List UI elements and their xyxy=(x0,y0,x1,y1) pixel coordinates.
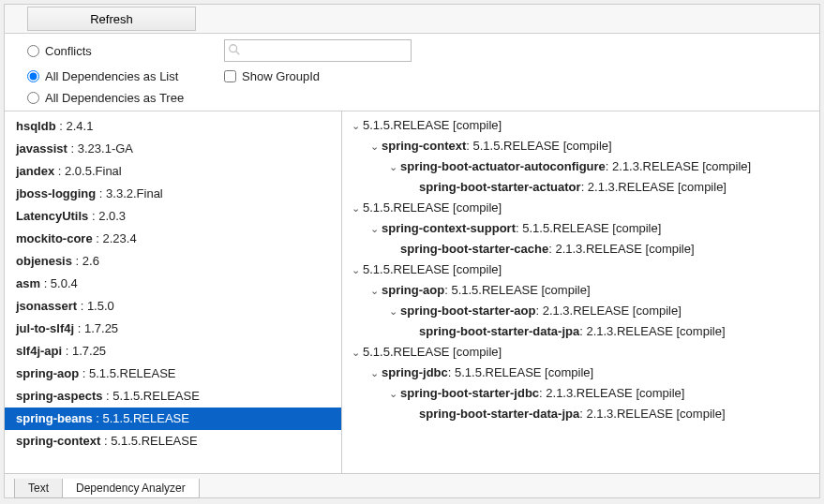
list-item[interactable]: spring-aspects : 5.1.5.RELEASE xyxy=(5,385,341,408)
artifact-version: : 5.1.5.RELEASE xyxy=(102,389,199,403)
tree-artifact-detail: : 2.1.3.RELEASE [compile] xyxy=(579,322,725,341)
tree-row[interactable]: ⌄spring-boot-starter-jdbc : 2.1.3.RELEAS… xyxy=(342,383,819,404)
conflicts-radio[interactable]: Conflicts xyxy=(27,44,224,58)
tree-row[interactable]: ⌄spring-context-support : 5.1.5.RELEASE … xyxy=(342,218,819,239)
artifact-name: spring-beans xyxy=(16,411,93,425)
tree-artifact-name: spring-boot-starter-actuator xyxy=(419,178,581,197)
artifact-version: : 1.5.0 xyxy=(77,299,114,313)
artifact-name: jandex xyxy=(16,164,54,178)
conflicts-radio-label: Conflicts xyxy=(45,44,92,58)
list-item[interactable]: objenesis : 2.6 xyxy=(5,250,341,273)
artifact-name: slf4j-api xyxy=(16,344,62,358)
search-input[interactable] xyxy=(224,39,412,62)
chevron-down-icon[interactable]: ⌄ xyxy=(350,343,361,362)
tree-artifact-detail: : 5.1.5.RELEASE [compile] xyxy=(448,363,593,382)
chevron-down-icon[interactable]: ⌄ xyxy=(368,219,380,238)
list-item[interactable]: spring-beans : 5.1.5.RELEASE xyxy=(5,408,341,430)
list-item[interactable]: spring-context : 5.1.5.RELEASE xyxy=(5,430,341,452)
chevron-down-icon[interactable]: ⌄ xyxy=(350,116,361,135)
list-item[interactable]: LatencyUtils : 2.0.3 xyxy=(5,205,341,228)
tree-row[interactable]: spring-boot-starter-cache : 2.1.3.RELEAS… xyxy=(342,239,819,259)
list-item[interactable]: hsqldb : 2.4.1 xyxy=(5,115,341,138)
dependency-tree[interactable]: ⌄5.1.5.RELEASE [compile]⌄spring-context … xyxy=(342,111,819,473)
tree-row[interactable]: ⌄5.1.5.RELEASE [compile] xyxy=(342,259,819,280)
chevron-down-icon[interactable]: ⌄ xyxy=(350,199,361,217)
all-list-radio[interactable]: All Dependencies as List xyxy=(27,69,224,83)
tab-text[interactable]: Text xyxy=(14,479,63,498)
tree-artifact-name: spring-boot-starter-jdbc xyxy=(400,384,539,403)
artifact-name: jul-to-slf4j xyxy=(16,321,74,335)
artifact-version: : 5.1.5.RELEASE xyxy=(93,411,189,425)
artifact-version: : 3.23.1-GA xyxy=(67,141,133,156)
list-item[interactable]: javassist : 3.23.1-GA xyxy=(5,138,341,160)
svg-point-0 xyxy=(230,45,237,52)
tree-row[interactable]: ⌄5.1.5.RELEASE [compile] xyxy=(342,342,819,363)
tree-artifact-detail: : 2.1.3.RELEASE [compile] xyxy=(606,157,751,176)
controls-area: Conflicts All Dependencies as List Show … xyxy=(5,34,819,111)
tab-dependency-analyzer[interactable]: Dependency Analyzer xyxy=(62,479,200,498)
chevron-down-icon[interactable]: ⌄ xyxy=(350,260,361,279)
tree-row[interactable]: spring-boot-starter-actuator : 2.1.3.REL… xyxy=(342,177,819,198)
artifact-version: : 3.3.2.Final xyxy=(96,186,163,200)
artifact-name: jsonassert xyxy=(16,299,77,313)
tree-row[interactable]: ⌄5.1.5.RELEASE [compile] xyxy=(342,198,819,218)
list-item[interactable]: jul-to-slf4j : 1.7.25 xyxy=(5,318,341,340)
artifact-version: : 2.0.3 xyxy=(88,209,126,223)
conflicts-radio-input[interactable] xyxy=(27,45,39,57)
search-icon xyxy=(228,43,241,56)
tree-artifact-detail: : 2.1.3.RELEASE [compile] xyxy=(581,178,727,197)
chevron-down-icon[interactable]: ⌄ xyxy=(368,281,380,300)
all-tree-radio[interactable]: All Dependencies as Tree xyxy=(27,91,224,105)
dependency-analyzer-panel: Refresh Conflicts All Dependencies as Li… xyxy=(4,4,820,498)
show-groupid-checkbox[interactable]: Show GroupId xyxy=(224,69,808,83)
artifact-version: : 5.0.4 xyxy=(40,276,78,290)
all-list-radio-label: All Dependencies as List xyxy=(45,69,178,83)
artifact-name: jboss-logging xyxy=(16,186,96,200)
list-item[interactable]: jsonassert : 1.5.0 xyxy=(5,295,341,318)
tree-row[interactable]: spring-boot-starter-data-jpa : 2.1.3.REL… xyxy=(342,404,819,424)
list-item[interactable]: spring-aop : 5.1.5.RELEASE xyxy=(5,363,341,385)
tree-row[interactable]: spring-boot-starter-data-jpa : 2.1.3.REL… xyxy=(342,321,819,342)
tree-artifact-detail: : 2.1.3.RELEASE [compile] xyxy=(548,240,694,259)
list-item[interactable]: mockito-core : 2.23.4 xyxy=(5,228,341,250)
tree-artifact-detail: 5.1.5.RELEASE [compile] xyxy=(363,343,502,362)
chevron-down-icon[interactable]: ⌄ xyxy=(368,137,380,156)
artifact-version: : 1.7.25 xyxy=(62,344,106,358)
artifact-name: asm xyxy=(16,276,40,290)
tree-row[interactable]: ⌄spring-jdbc : 5.1.5.RELEASE [compile] xyxy=(342,363,819,383)
tree-row[interactable]: ⌄5.1.5.RELEASE [compile] xyxy=(342,115,819,136)
tree-row[interactable]: ⌄spring-boot-starter-aop : 2.1.3.RELEASE… xyxy=(342,301,819,321)
all-list-radio-input[interactable] xyxy=(27,70,39,82)
refresh-button[interactable]: Refresh xyxy=(27,7,196,31)
artifact-version: : 2.0.5.Final xyxy=(54,164,122,178)
artifact-name: spring-context xyxy=(16,434,100,448)
tree-artifact-detail: : 2.1.3.RELEASE [compile] xyxy=(579,405,725,423)
tree-artifact-name: spring-boot-actuator-autoconfigure xyxy=(400,157,606,176)
artifact-name: objenesis xyxy=(16,254,72,268)
chevron-down-icon[interactable]: ⌄ xyxy=(387,302,398,320)
tree-artifact-name: spring-context-support xyxy=(382,219,516,238)
tree-artifact-detail: : 5.1.5.RELEASE [compile] xyxy=(516,219,661,238)
tree-row[interactable]: ⌄spring-context : 5.1.5.RELEASE [compile… xyxy=(342,136,819,156)
show-groupid-checkbox-input[interactable] xyxy=(224,70,236,82)
list-item[interactable]: jboss-logging : 3.3.2.Final xyxy=(5,183,341,205)
dependency-list[interactable]: hsqldb : 2.4.1javassist : 3.23.1-GAjande… xyxy=(5,111,342,473)
tree-artifact-detail: : 2.1.3.RELEASE [compile] xyxy=(535,302,681,320)
tree-artifact-name: spring-jdbc xyxy=(382,363,448,382)
all-tree-radio-label: All Dependencies as Tree xyxy=(45,91,184,105)
chevron-down-icon[interactable]: ⌄ xyxy=(368,363,380,382)
list-item[interactable]: slf4j-api : 1.7.25 xyxy=(5,340,341,363)
split-panes: hsqldb : 2.4.1javassist : 3.23.1-GAjande… xyxy=(5,111,819,473)
chevron-down-icon[interactable]: ⌄ xyxy=(387,384,398,403)
search-wrap xyxy=(224,39,412,62)
tree-artifact-name: spring-boot-starter-data-jpa xyxy=(419,405,579,423)
list-item[interactable]: asm : 5.0.4 xyxy=(5,273,341,295)
chevron-down-icon[interactable]: ⌄ xyxy=(387,157,398,176)
tree-artifact-name: spring-context xyxy=(382,137,466,156)
tree-row[interactable]: ⌄spring-boot-actuator-autoconfigure : 2.… xyxy=(342,156,819,177)
artifact-version: : 2.6 xyxy=(72,254,99,268)
list-item[interactable]: jandex : 2.0.5.Final xyxy=(5,160,341,183)
tree-row[interactable]: ⌄spring-aop : 5.1.5.RELEASE [compile] xyxy=(342,280,819,301)
all-tree-radio-input[interactable] xyxy=(27,92,39,104)
toolbar: Refresh xyxy=(5,5,819,34)
